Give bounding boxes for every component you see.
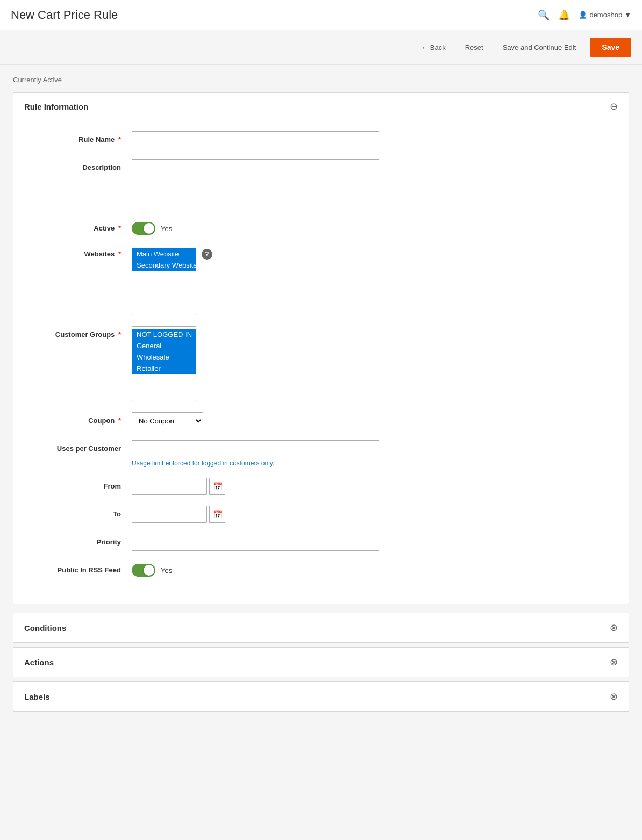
reset-button[interactable]: Reset [460,40,489,55]
user-dropdown-icon: ▼ [624,11,631,19]
rule-information-body: Rule Name * Description Active [13,120,629,604]
from-date-input[interactable] [132,478,207,495]
customer-groups-label: Customer Groups * [24,326,132,339]
bell-icon[interactable]: 🔔 [558,9,570,21]
rule-information-title: Rule Information [24,102,88,111]
from-field: 📅 [132,478,508,495]
labels-title: Labels [24,692,50,701]
description-label: Description [24,159,132,171]
websites-select[interactable]: Main Website Secondary Website [132,246,196,315]
priority-field [132,534,508,551]
websites-option-secondary[interactable]: Secondary Website [132,260,196,271]
rule-name-input[interactable] [132,131,379,148]
to-row: To 📅 [24,506,508,523]
active-row: Active * Yes [24,220,508,235]
rule-information-header[interactable]: Rule Information ⊖ [13,93,629,120]
conditions-toggle-icon: ⊗ [610,622,618,634]
back-button[interactable]: ← Back [416,40,451,55]
websites-row: Websites * Main Website Secondary Websit… [24,246,508,315]
save-continue-button[interactable]: Save and Continue Edit [497,40,582,55]
cg-option-not-logged-in[interactable]: NOT LOGGED IN [132,329,196,340]
to-label: To [24,506,132,518]
cg-option-wholesale[interactable]: Wholesale [132,351,196,363]
rule-name-row: Rule Name * [24,131,508,148]
description-row: Description [24,159,508,209]
public-rss-toggle[interactable] [132,564,155,577]
page-content: Currently Active Rule Information ⊖ Rule… [0,65,642,727]
websites-help-icon[interactable]: ? [202,249,212,260]
active-toggle[interactable] [132,222,155,235]
conditions-section: Conditions ⊗ [13,613,629,643]
actions-title: Actions [24,658,54,667]
page-title: New Cart Price Rule [11,8,118,22]
cg-option-general[interactable]: General [132,340,196,351]
description-textarea[interactable] [132,159,379,207]
labels-header[interactable]: Labels ⊗ [13,682,629,711]
websites-required: * [118,250,121,258]
currently-active-label: Currently Active [13,76,629,84]
active-required: * [118,224,121,232]
active-toggle-wrap: Yes [132,220,508,235]
rule-name-label: Rule Name * [24,131,132,143]
uses-per-customer-row: Uses per Customer Usage limit enforced f… [24,440,508,467]
uses-per-customer-field: Usage limit enforced for logged in custo… [132,440,508,467]
rule-information-toggle-icon: ⊖ [610,100,618,112]
to-calendar-button[interactable]: 📅 [209,506,225,523]
uses-per-customer-label: Uses per Customer [24,440,132,453]
customer-groups-required: * [118,331,121,339]
active-label: Active * [24,220,132,232]
from-label: From [24,478,132,490]
public-rss-toggle-thumb [144,565,154,576]
to-date-input[interactable] [132,506,207,523]
websites-field: Main Website Secondary Website ? [132,246,508,315]
public-rss-toggle-wrap: Yes [132,562,508,577]
active-value-label: Yes [161,225,172,233]
customer-groups-field: NOT LOGGED IN General Wholesale Retailer [132,326,508,401]
rule-name-field [132,131,508,148]
header-icons: 🔍 🔔 👤 demoshop ▼ [538,9,631,21]
rule-name-required: * [118,135,121,143]
user-icon: 👤 [579,11,587,19]
coupon-field: No Coupon Specific Coupon Auto Generated [132,412,508,429]
description-field [132,159,508,209]
from-calendar-button[interactable]: 📅 [209,478,225,495]
customer-groups-select[interactable]: NOT LOGGED IN General Wholesale Retailer [132,326,196,401]
actions-toggle-icon: ⊗ [610,656,618,668]
public-rss-value-label: Yes [161,566,172,575]
rule-information-section: Rule Information ⊖ Rule Name * Descripti… [13,92,629,604]
toolbar: ← Back Reset Save and Continue Edit Save [0,30,642,65]
uses-per-customer-input[interactable] [132,440,379,457]
user-menu[interactable]: 👤 demoshop ▼ [579,11,631,19]
actions-section: Actions ⊗ [13,647,629,677]
coupon-required: * [118,417,121,425]
toggle-thumb [144,223,154,234]
from-row: From 📅 [24,478,508,495]
websites-label: Websites * [24,246,132,258]
labels-section: Labels ⊗ [13,681,629,712]
coupon-label: Coupon * [24,412,132,425]
search-icon[interactable]: 🔍 [538,9,550,21]
public-rss-field: Yes [132,562,508,577]
customer-groups-row: Customer Groups * NOT LOGGED IN General … [24,326,508,401]
conditions-header[interactable]: Conditions ⊗ [13,613,629,642]
save-button[interactable]: Save [590,38,631,57]
priority-label: Priority [24,534,132,546]
websites-option-main[interactable]: Main Website [132,248,196,260]
conditions-title: Conditions [24,623,66,633]
to-date-wrap: 📅 [132,506,508,523]
from-date-wrap: 📅 [132,478,508,495]
websites-field-with-help: Main Website Secondary Website ? [132,246,508,315]
labels-toggle-icon: ⊗ [610,691,618,702]
public-rss-label: Public In RSS Feed [24,562,132,574]
active-field: Yes [132,220,508,235]
actions-header[interactable]: Actions ⊗ [13,648,629,677]
to-field: 📅 [132,506,508,523]
page-header: New Cart Price Rule 🔍 🔔 👤 demoshop ▼ [0,0,642,30]
priority-row: Priority [24,534,508,551]
coupon-select[interactable]: No Coupon Specific Coupon Auto Generated [132,412,203,429]
uses-per-customer-note: Usage limit enforced for logged in custo… [132,460,508,467]
cg-option-retailer[interactable]: Retailer [132,363,196,374]
coupon-row: Coupon * No Coupon Specific Coupon Auto … [24,412,508,429]
priority-input[interactable] [132,534,379,551]
username-label: demoshop [589,11,622,19]
